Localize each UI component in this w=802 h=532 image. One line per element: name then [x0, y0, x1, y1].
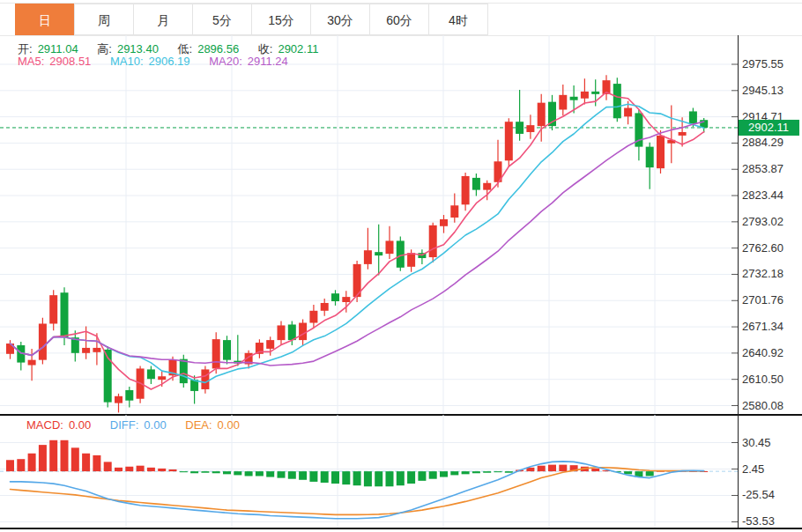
svg-text:2.45: 2.45	[742, 462, 764, 476]
macd-legend: MACD:0.00 DIFF:0.00 DEA:0.00	[26, 418, 245, 432]
svg-text:2902.11: 2902.11	[748, 121, 789, 134]
tab-month[interactable]: 月	[133, 4, 193, 35]
bottom-border	[0, 528, 802, 529]
diff-label: DIFF:	[110, 418, 139, 432]
low-label: 低:	[178, 42, 193, 55]
svg-text:2884.29: 2884.29	[742, 136, 783, 149]
dea-label: DEA:	[185, 418, 212, 432]
tab-day[interactable]: 日	[15, 4, 75, 35]
svg-text:30.45: 30.45	[742, 436, 771, 449]
svg-text:2945.13: 2945.13	[742, 84, 783, 97]
svg-text:2853.87: 2853.87	[742, 162, 783, 175]
ma20-label: MA20:	[209, 55, 242, 68]
svg-text:2732.18: 2732.18	[742, 267, 783, 280]
macd-label: MACD:	[26, 418, 63, 432]
open-label: 开:	[18, 42, 33, 55]
open-value: 2911.04	[38, 42, 78, 55]
ma5-value: 2908.51	[49, 55, 91, 68]
ma5-label: MA5:	[18, 55, 44, 68]
close-value: 2902.11	[278, 42, 318, 55]
close-label: 收:	[258, 42, 273, 55]
tab-30min[interactable]: 30分	[310, 4, 370, 35]
macd-chart[interactable]: 30.452.45-25.54-53.53	[0, 415, 802, 532]
svg-text:2701.76: 2701.76	[742, 293, 783, 307]
tab-5min[interactable]: 5分	[192, 4, 252, 35]
macd-value: 0.00	[69, 418, 91, 432]
tab-week[interactable]: 周	[74, 4, 134, 35]
ma20-value: 2911.24	[248, 55, 288, 68]
ma10-value: 2906.19	[149, 55, 190, 68]
svg-text:2671.34: 2671.34	[742, 320, 783, 333]
svg-text:2580.08: 2580.08	[742, 399, 783, 412]
svg-text:2823.44: 2823.44	[742, 188, 783, 202]
ma-legend: MA5:2908.51 MA10:2906.19 MA20:2911.24	[18, 55, 293, 68]
svg-text:2793.02: 2793.02	[742, 215, 783, 228]
svg-text:2610.50: 2610.50	[742, 373, 783, 386]
svg-text:-53.53: -53.53	[742, 514, 775, 528]
main-candlestick-chart[interactable]: 2975.552945.132914.712884.292853.872823.…	[0, 35, 802, 417]
dea-value: 0.00	[218, 418, 240, 432]
price-axis-line	[738, 35, 739, 528]
low-value: 2896.56	[197, 42, 239, 55]
tab-15min[interactable]: 15分	[251, 4, 311, 35]
tab-4hour[interactable]: 4时	[428, 4, 488, 35]
diff-value: 0.00	[144, 418, 166, 432]
high-value: 2913.40	[117, 42, 159, 55]
svg-text:2975.55: 2975.55	[742, 57, 783, 70]
ma10-label: MA10:	[110, 55, 144, 68]
svg-text:2640.92: 2640.92	[742, 346, 783, 359]
macd-chart-svg[interactable]: 30.452.45-25.54-53.53	[0, 415, 802, 528]
main-chart-svg[interactable]: 2975.552945.132914.712884.292853.872823.…	[0, 35, 802, 414]
high-label: 高:	[97, 42, 112, 55]
svg-text:-25.54: -25.54	[742, 488, 775, 501]
svg-text:2762.60: 2762.60	[742, 241, 783, 255]
timeframe-tab-bar: 日周月5分15分30分60分4时	[16, 4, 488, 35]
tab-60min[interactable]: 60分	[369, 4, 429, 35]
